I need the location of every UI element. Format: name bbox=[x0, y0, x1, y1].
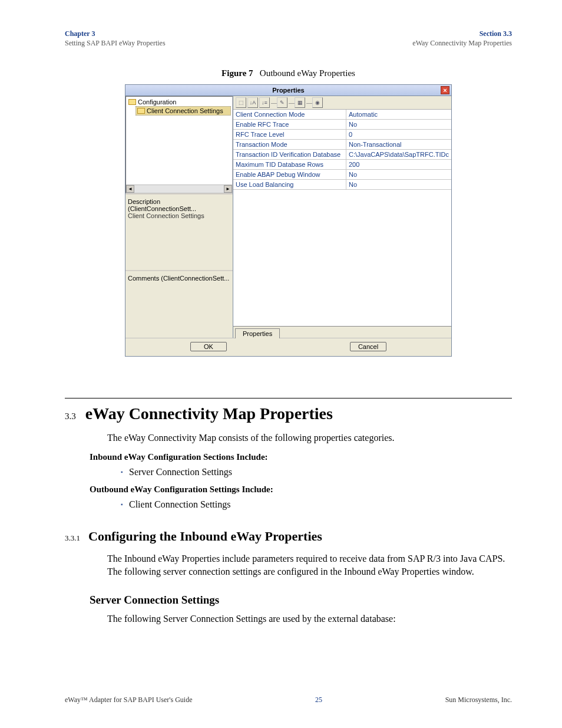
config-tree[interactable]: Configuration Client Connection Settings… bbox=[125, 96, 233, 193]
table-row[interactable]: Use Load BalancingNo bbox=[233, 180, 451, 190]
inbound-list: Server Connection Settings bbox=[121, 467, 512, 477]
description-value: Client Connection Settings bbox=[128, 212, 230, 219]
toolbar-btn-4[interactable]: ✎ bbox=[277, 97, 287, 108]
subsection-heading: 3.3.1 Configuring the Inbound eWay Prope… bbox=[65, 529, 512, 544]
folder-icon bbox=[128, 99, 136, 105]
tree-item-selected[interactable]: Client Connection Settings bbox=[135, 106, 231, 116]
section-title: eWay Connectivity Map Properties bbox=[85, 404, 333, 423]
dialog-titlebar[interactable]: Properties × bbox=[125, 85, 451, 96]
subhead: Server Connection Settings bbox=[90, 594, 512, 607]
property-table: Client Connection ModeAutomatic Enable R… bbox=[233, 110, 451, 326]
outbound-heading: Outbound eWay Configuration Settings Inc… bbox=[90, 485, 512, 495]
description-pane: Description (ClientConnectionSett... Cli… bbox=[125, 193, 233, 270]
section-label: Section 3.3 bbox=[412, 29, 512, 39]
section-number: 3.3 bbox=[65, 411, 76, 421]
table-row[interactable]: Enable RFC TraceNo bbox=[233, 120, 451, 130]
tree-scrollbar[interactable]: ◄ ► bbox=[126, 185, 232, 193]
ok-button[interactable]: OK bbox=[190, 342, 227, 351]
table-row[interactable]: Maximum TID Database Rows200 bbox=[233, 160, 451, 170]
table-row[interactable]: Transaction ModeNon-Transactional bbox=[233, 140, 451, 150]
tab-bar: Properties bbox=[233, 326, 451, 338]
table-row[interactable]: Client Connection ModeAutomatic bbox=[233, 110, 451, 120]
comments-pane: Comments (ClientConnectionSett... bbox=[125, 270, 233, 338]
section-intro: The eWay Connectivity Map consists of th… bbox=[107, 431, 512, 444]
close-icon[interactable]: × bbox=[441, 86, 449, 94]
subhead-body: The following Server Connection Settings… bbox=[107, 612, 512, 625]
section-heading: 3.3 eWay Connectivity Map Properties bbox=[65, 404, 512, 423]
sort-type-icon[interactable]: ↓≡ bbox=[259, 97, 270, 108]
description-label: Description (ClientConnectionSett... bbox=[128, 198, 230, 212]
toolbar-btn-1[interactable]: ⬚ bbox=[236, 97, 246, 108]
tree-root-label: Configuration bbox=[138, 98, 176, 106]
tree-item-label: Client Connection Settings bbox=[147, 107, 223, 114]
property-toolbar: ⬚ ↓A ↓≡ — ✎ — ▦ — ◉ bbox=[233, 96, 451, 110]
inbound-heading: Inbound eWay Configuration Sections Incl… bbox=[90, 452, 512, 462]
list-item: Server Connection Settings bbox=[121, 467, 512, 477]
table-row[interactable]: Transaction ID Verification DatabaseC:\J… bbox=[233, 150, 451, 160]
section-divider bbox=[65, 398, 512, 398]
figure-title: Outbound eWay Properties bbox=[260, 68, 355, 78]
table-row[interactable]: RFC Trace Level0 bbox=[233, 130, 451, 140]
tab-properties[interactable]: Properties bbox=[235, 328, 280, 338]
tree-root[interactable]: Configuration bbox=[127, 98, 231, 106]
subsection-body: The Inbound eWay Properties include para… bbox=[107, 552, 512, 579]
sort-az-icon[interactable]: ↓A bbox=[247, 97, 258, 108]
page-number: 25 bbox=[315, 696, 322, 704]
toolbar-btn-6[interactable]: ◉ bbox=[312, 97, 323, 108]
figure-label: Figure 7 bbox=[222, 68, 253, 78]
chapter-label: Chapter 3 bbox=[65, 29, 166, 39]
toolbar-btn-5[interactable]: ▦ bbox=[295, 97, 305, 108]
scroll-left-icon[interactable]: ◄ bbox=[126, 185, 134, 193]
cancel-button[interactable]: Cancel bbox=[350, 342, 386, 351]
comments-label: Comments (ClientConnectionSett... bbox=[128, 275, 230, 282]
table-row[interactable]: Enable ABAP Debug WindowNo bbox=[233, 170, 451, 180]
subsection-title: Configuring the Inbound eWay Properties bbox=[88, 529, 322, 544]
chapter-subtitle: Setting SAP BAPI eWay Properties bbox=[65, 39, 166, 48]
dialog-title-text: Properties bbox=[272, 87, 304, 94]
page-header: Chapter 3 Setting SAP BAPI eWay Properti… bbox=[65, 29, 512, 48]
footer-left: eWay™ Adapter for SAP BAPI User's Guide bbox=[65, 696, 192, 704]
page-footer: eWay™ Adapter for SAP BAPI User's Guide … bbox=[65, 696, 512, 704]
scroll-right-icon[interactable]: ► bbox=[224, 185, 232, 193]
footer-right: Sun Microsystems, Inc. bbox=[445, 696, 512, 704]
properties-dialog: Properties × Configuration Client Connec… bbox=[125, 84, 452, 357]
figure-caption: Figure 7 Outbound eWay Properties bbox=[65, 68, 512, 78]
outbound-list: Client Connection Settings bbox=[121, 499, 512, 510]
subsection-number: 3.3.1 bbox=[65, 533, 80, 543]
folder-icon bbox=[137, 108, 145, 114]
list-item: Client Connection Settings bbox=[121, 499, 512, 510]
section-subtitle: eWay Connectivity Map Properties bbox=[412, 39, 512, 48]
